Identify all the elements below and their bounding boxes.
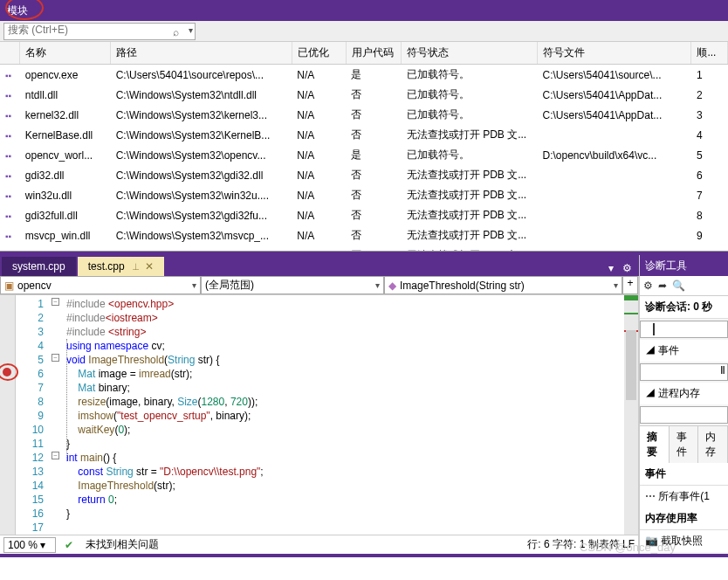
col-header[interactable]: 已优化	[292, 42, 346, 65]
all-events-link[interactable]: ⋯ 所有事件(1	[640, 486, 728, 508]
col-header[interactable]: 顺...	[691, 42, 728, 65]
fold-gutter[interactable]: − − −	[51, 295, 63, 535]
table-row[interactable]: ▪▪kernel32.dllC:\Windows\System32\kernel…	[0, 105, 728, 125]
vertical-scrollbar[interactable]	[624, 295, 638, 535]
fold-icon[interactable]: −	[52, 298, 59, 306]
module-icon: ▪▪	[5, 191, 11, 201]
code-line[interactable]: resize(image, binary, Size(1280, 720));	[66, 395, 624, 409]
gear-icon[interactable]: ⚙	[619, 260, 635, 276]
snapshot-button[interactable]: 📷 截取快照	[640, 530, 728, 552]
project-dropdown[interactable]: ▣opencv▾	[0, 276, 201, 294]
module-icon: ▪▪	[5, 91, 11, 100]
project-icon: ▣	[4, 280, 14, 292]
split-icon[interactable]: ▾	[605, 260, 617, 276]
check-icon: ✔	[65, 539, 73, 551]
search-box[interactable]: ⌕ ▾	[3, 23, 196, 40]
tab-system[interactable]: system.cpp	[2, 257, 76, 276]
tab-test[interactable]: test.cpp ⟂ ✕	[78, 257, 165, 276]
module-icon: ▪▪	[5, 131, 11, 141]
code-editor[interactable]: #include <opencv.hpp>#include<iostream>#…	[63, 295, 624, 535]
modules-table: 名称路径已优化用户代码符号状态符号文件顺... ▪▪opencv.exeC:\U…	[0, 42, 728, 252]
code-line[interactable]	[66, 521, 624, 535]
col-header[interactable]: 名称	[20, 42, 111, 65]
module-icon: ▪▪	[5, 211, 11, 221]
code-line[interactable]: imshow("test_opencv_srtup", binary);	[66, 409, 624, 423]
table-row[interactable]: ▪▪opencv_worl...C:\Windows\System32\open…	[0, 145, 728, 165]
method-icon: ◆	[388, 280, 396, 292]
table-row[interactable]: ▪▪opencv.exeC:\Users\54041\source\repos\…	[0, 65, 728, 86]
module-icon: ▪▪	[5, 111, 11, 121]
module-icon: ▪▪	[5, 171, 11, 181]
diag-tabs: 摘要 事件 内存	[640, 425, 728, 463]
events-hdr2: 事件	[640, 463, 728, 486]
module-icon: ▪▪	[5, 231, 11, 241]
breakpoint-gutter[interactable]	[0, 295, 16, 535]
fold-icon[interactable]: −	[52, 354, 59, 362]
events-section[interactable]: ◢ 事件	[640, 340, 728, 362]
diag-zoom-icon[interactable]: 🔍	[672, 280, 685, 292]
code-line[interactable]: waitKey(0);	[66, 423, 624, 437]
col-header[interactable]: 路径	[111, 42, 292, 65]
code-line[interactable]: ImageThreshold(str);	[66, 479, 624, 493]
memory-graph[interactable]	[640, 406, 728, 424]
panel-title: 模块	[7, 4, 28, 17]
code-line[interactable]: return 0;	[66, 493, 624, 507]
code-line[interactable]: Mat image = imread(str);	[66, 367, 624, 381]
diagnostics-panel: 诊断工具 ⚙ ➦ 🔍 诊断会话: 0 秒 ◢ 事件 Ⅱ ◢ 进程内存 摘要 事件…	[639, 255, 728, 554]
tab-summary[interactable]: 摘要	[640, 426, 670, 463]
code-line[interactable]: const String str = "D:\\opencv\\test.png…	[66, 465, 624, 479]
timeline-graph[interactable]	[640, 321, 728, 338]
line-numbers: 1234567891011121314151617	[16, 295, 51, 535]
add-button[interactable]: +	[622, 276, 638, 294]
diag-title: 诊断工具	[640, 255, 728, 276]
search-dropdown-icon[interactable]: ▾	[189, 25, 193, 35]
events-graph[interactable]: Ⅱ	[640, 363, 728, 381]
table-row[interactable]: ▪▪gdi32.dllC:\Windows\System32\gdi32.dll…	[0, 165, 728, 185]
code-line[interactable]: #include<iostream>	[66, 311, 624, 325]
table-row[interactable]: ▪▪ucrtbase.dllC:\Windows\System32\ucrtba…	[0, 245, 728, 252]
search-input[interactable]	[8, 24, 165, 36]
diag-export-icon[interactable]: ➦	[658, 280, 667, 292]
table-row[interactable]: ▪▪gdi32full.dllC:\Windows\System32\gdi32…	[0, 205, 728, 225]
session-header: 诊断会话: 0 秒	[640, 296, 728, 319]
cursor-position: 行: 6 字符: 1 制表符 LF	[527, 537, 635, 552]
tab-memory[interactable]: 内存	[698, 426, 728, 463]
editor-tabs: system.cpp test.cpp ⟂ ✕ ▾ ⚙	[0, 255, 639, 276]
code-line[interactable]: #include <opencv.hpp>	[66, 297, 624, 311]
module-icon: ▪▪	[5, 151, 11, 161]
col-header[interactable]: 符号文件	[537, 42, 690, 65]
search-icon: ⌕	[173, 26, 179, 38]
code-line[interactable]: }	[66, 437, 624, 451]
tab-events[interactable]: 事件	[670, 426, 699, 463]
module-icon: ▪▪	[5, 71, 11, 80]
table-row[interactable]: ▪▪ntdll.dllC:\Windows\System32\ntdll.dll…	[0, 85, 728, 105]
code-line[interactable]: int main() {	[66, 451, 624, 465]
code-line[interactable]: Mat binary;	[66, 381, 624, 395]
close-icon[interactable]: ✕	[145, 260, 154, 273]
zoom-dropdown[interactable]: 100 % ▾	[3, 537, 56, 553]
memory-usage-hdr: 内存使用率	[640, 508, 728, 530]
code-line[interactable]: using namespace cv;	[66, 339, 624, 353]
code-line[interactable]: #include <string>	[66, 325, 624, 339]
member-dropdown[interactable]: ◆ImageThreshold(String str)▾	[384, 276, 622, 294]
code-line[interactable]: }	[66, 507, 624, 521]
issues-status[interactable]: 未找到相关问题	[86, 537, 159, 552]
memory-section[interactable]: ◢ 进程内存	[640, 383, 728, 404]
fold-icon[interactable]: −	[52, 452, 59, 459]
table-row[interactable]: ▪▪win32u.dllC:\Windows\System32\win32u..…	[0, 185, 728, 205]
code-line[interactable]: void ImageThreshold(String str) {	[66, 353, 624, 367]
breakpoint-icon[interactable]	[3, 368, 11, 376]
camera-icon: 📷	[645, 535, 658, 547]
col-header[interactable]: 符号状态	[402, 42, 538, 65]
pin-icon[interactable]: ⟂	[133, 260, 139, 273]
scope-dropdown[interactable]: (全局范围)▾	[201, 276, 384, 294]
diag-gear-icon[interactable]: ⚙	[643, 280, 653, 292]
editor-statusbar: 100 % ▾ ✔ 未找到相关问题 行: 6 字符: 1 制表符 LF	[0, 535, 638, 554]
table-row[interactable]: ▪▪msvcp_win.dllC:\Windows\System32\msvcp…	[0, 225, 728, 245]
table-row[interactable]: ▪▪KernelBase.dllC:\Windows\System32\Kern…	[0, 125, 728, 145]
col-header[interactable]: 用户代码	[346, 42, 401, 65]
